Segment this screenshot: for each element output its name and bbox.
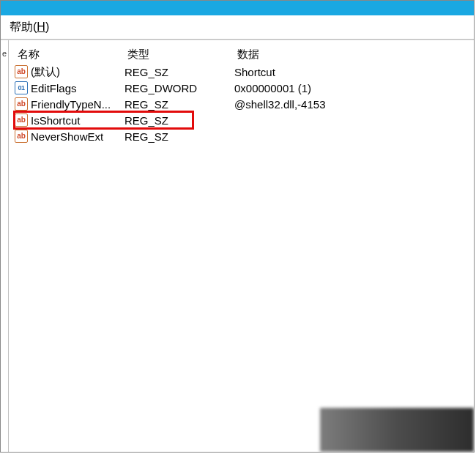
- corner-smudge: [320, 408, 474, 452]
- header-data[interactable]: 数据: [237, 48, 474, 62]
- value-name: IsShortcut: [31, 114, 81, 127]
- cell-type: REG_DWORD: [124, 82, 234, 94]
- menu-help-label: 帮助: [10, 21, 33, 33]
- cell-data: 0x00000001 (1): [234, 82, 474, 94]
- header-name[interactable]: 名称: [13, 48, 127, 62]
- menubar: 帮助(H): [1, 15, 474, 40]
- window-frame: 帮助(H) e 名称 类型 数据 (默认)REG_SZShortcutEditF…: [0, 0, 475, 453]
- cell-name: (默认): [13, 65, 124, 79]
- rows-container: (默认)REG_SZShortcutEditFlagsREG_DWORD0x00…: [13, 64, 474, 144]
- cell-type: REG_SZ: [124, 98, 234, 111]
- window-titlebar[interactable]: [1, 1, 474, 15]
- cell-data: @shell32.dll,-4153: [234, 98, 474, 111]
- value-name: FriendlyTypeN...: [31, 98, 111, 111]
- cell-name: NeverShowExt: [13, 130, 124, 143]
- cell-type: REG_SZ: [124, 114, 234, 127]
- values-list: 名称 类型 数据 (默认)REG_SZShortcutEditFlagsREG_…: [13, 40, 474, 452]
- tree-pane-sliver[interactable]: e: [1, 40, 9, 452]
- value-name: (默认): [31, 65, 60, 79]
- cell-type: REG_SZ: [124, 130, 234, 143]
- column-headers: 名称 类型 数据: [13, 40, 474, 64]
- value-row[interactable]: (默认)REG_SZShortcut: [13, 64, 474, 80]
- value-name: EditFlags: [31, 82, 77, 94]
- menu-help-accel: H: [37, 21, 45, 33]
- string-value-icon: [15, 130, 28, 143]
- string-value-icon: [15, 97, 28, 111]
- cell-data: Shortcut: [234, 66, 474, 78]
- string-value-icon: [15, 114, 28, 127]
- value-name: NeverShowExt: [31, 130, 103, 143]
- binary-value-icon: [15, 81, 28, 94]
- cell-name: FriendlyTypeN...: [13, 97, 124, 111]
- string-value-icon: [15, 65, 28, 78]
- client-area: e 名称 类型 数据 (默认)REG_SZShortcutEditFlagsRE…: [1, 40, 474, 452]
- value-row[interactable]: IsShortcutREG_SZ: [13, 112, 474, 128]
- value-row[interactable]: FriendlyTypeN...REG_SZ@shell32.dll,-4153: [13, 96, 474, 112]
- value-row[interactable]: NeverShowExtREG_SZ: [13, 128, 474, 144]
- cell-name: IsShortcut: [13, 114, 124, 127]
- menu-help[interactable]: 帮助(H): [10, 21, 49, 33]
- cell-name: EditFlags: [13, 81, 124, 94]
- tree-sliver-text: e: [2, 49, 7, 58]
- header-type[interactable]: 类型: [127, 48, 237, 62]
- cell-type: REG_SZ: [124, 66, 234, 78]
- value-row[interactable]: EditFlagsREG_DWORD0x00000001 (1): [13, 80, 474, 96]
